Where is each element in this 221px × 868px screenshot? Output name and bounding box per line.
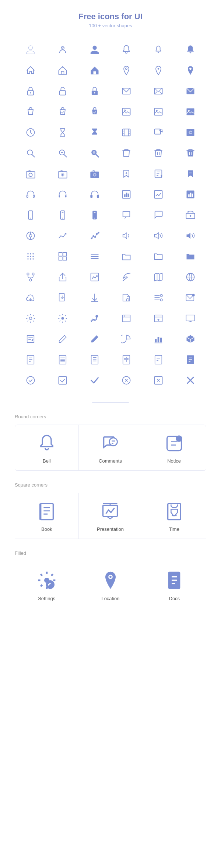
svg-rect-110 bbox=[63, 253, 66, 256]
svg-rect-66 bbox=[65, 195, 67, 197]
svg-point-103 bbox=[28, 256, 29, 257]
icon-grid bbox=[0, 36, 221, 394]
settings-filled-icon bbox=[36, 570, 57, 591]
bar-chart-icon bbox=[143, 329, 175, 349]
mail-alt-icon bbox=[143, 81, 175, 101]
image-filled-icon bbox=[174, 101, 206, 122]
page-subtitle: 100 + vector shapes bbox=[0, 23, 221, 28]
svg-rect-194 bbox=[168, 504, 180, 519]
svg-point-116 bbox=[27, 273, 29, 275]
mail-notify-icon bbox=[174, 287, 206, 308]
window-add-icon bbox=[143, 308, 175, 329]
list-settings-icon bbox=[143, 287, 175, 308]
svg-rect-73 bbox=[154, 191, 162, 198]
docs-filled-card: Docs bbox=[143, 561, 206, 608]
svg-line-37 bbox=[32, 155, 35, 157]
docs-filled-icon bbox=[164, 570, 185, 591]
svg-point-19 bbox=[156, 110, 158, 111]
svg-point-87 bbox=[189, 215, 191, 217]
doc-columns-icon bbox=[110, 349, 143, 370]
folder-icon bbox=[143, 246, 175, 267]
pie-chart-icon bbox=[110, 329, 143, 349]
svg-rect-149 bbox=[160, 338, 162, 343]
comments-card-icon bbox=[101, 434, 120, 453]
svg-point-105 bbox=[33, 256, 34, 257]
time-card-label: Time bbox=[169, 526, 179, 532]
svg-rect-124 bbox=[59, 293, 64, 301]
svg-point-43 bbox=[92, 151, 95, 154]
home-outline-icon bbox=[15, 60, 47, 81]
download-arrow-icon bbox=[78, 287, 110, 308]
location-filled-icon bbox=[100, 570, 121, 591]
svg-point-108 bbox=[33, 258, 34, 260]
share-icon bbox=[47, 267, 79, 287]
map-icon bbox=[143, 267, 175, 287]
mobile-alt-icon bbox=[47, 205, 79, 225]
svg-rect-64 bbox=[33, 195, 35, 197]
svg-point-118 bbox=[29, 279, 32, 281]
bell-filled-icon bbox=[174, 39, 206, 60]
svg-point-5 bbox=[158, 68, 159, 70]
mobile-filled-icon bbox=[78, 205, 110, 225]
svg-point-1 bbox=[62, 48, 63, 49]
mail-filled-icon bbox=[174, 81, 206, 101]
svg-rect-137 bbox=[123, 315, 130, 322]
notice-card-label: Notice bbox=[167, 458, 181, 464]
settings-filled-card: Settings bbox=[15, 561, 78, 608]
square-corners-grid: Book Presentation Time bbox=[15, 493, 206, 539]
trend-icon bbox=[47, 225, 79, 246]
book-card-label: Book bbox=[41, 526, 52, 532]
round-corners-section: Round corners Bell Comments bbox=[0, 414, 221, 482]
doc-simple-icon bbox=[143, 349, 175, 370]
media-filled-icon bbox=[174, 122, 206, 143]
window-icon bbox=[110, 308, 143, 329]
svg-point-133 bbox=[192, 294, 194, 297]
unlock-icon bbox=[47, 81, 79, 101]
list-add-icon bbox=[143, 163, 175, 184]
presentation-card-label: Presentation bbox=[97, 526, 124, 532]
filled-grid: Settings Location Docs bbox=[15, 561, 206, 608]
shopping-bag-icon bbox=[15, 101, 47, 122]
comments-card: Comments bbox=[79, 425, 143, 471]
hourglass-outline-icon bbox=[47, 122, 79, 143]
volume-low-icon bbox=[143, 225, 175, 246]
gear-alt-icon bbox=[47, 308, 79, 329]
svg-rect-9 bbox=[60, 91, 66, 95]
svg-point-136 bbox=[95, 315, 98, 318]
location-filled-icon bbox=[174, 60, 206, 81]
check-bold-icon bbox=[78, 370, 110, 391]
location-pin-icon bbox=[143, 60, 175, 81]
doc-text-icon bbox=[15, 349, 47, 370]
svg-point-21 bbox=[188, 110, 190, 111]
folder-open-icon bbox=[110, 246, 143, 267]
svg-rect-70 bbox=[124, 194, 126, 197]
cloud-download-icon bbox=[15, 287, 47, 308]
graph-dots-icon bbox=[78, 225, 110, 246]
film-icon bbox=[110, 122, 143, 143]
svg-point-79 bbox=[30, 218, 31, 218]
lock-icon bbox=[15, 81, 47, 101]
broadcast-icon bbox=[174, 205, 206, 225]
close-square-icon bbox=[143, 370, 175, 391]
svg-point-100 bbox=[28, 253, 29, 255]
svg-rect-20 bbox=[186, 108, 194, 115]
home-alt-icon bbox=[47, 60, 79, 81]
shopping-bag-filled-icon bbox=[78, 101, 110, 122]
dots-grid-icon bbox=[15, 246, 47, 267]
headphone-alt-icon bbox=[47, 184, 79, 205]
fork-icon bbox=[15, 267, 47, 287]
svg-point-102 bbox=[33, 253, 34, 255]
menu-icon bbox=[78, 246, 110, 267]
mobile-outline-icon bbox=[15, 205, 47, 225]
svg-point-85 bbox=[94, 218, 95, 218]
doc-list-icon bbox=[47, 349, 79, 370]
svg-rect-186 bbox=[40, 504, 53, 519]
bell-card-icon bbox=[37, 434, 56, 453]
svg-rect-112 bbox=[63, 257, 66, 260]
trash-outline-icon bbox=[110, 143, 143, 163]
person-filled-icon bbox=[78, 39, 110, 60]
map-pin-outline-icon bbox=[110, 60, 143, 81]
wrench-icon bbox=[78, 308, 110, 329]
folder-filled-icon bbox=[174, 246, 206, 267]
home-filled-icon bbox=[78, 60, 110, 81]
